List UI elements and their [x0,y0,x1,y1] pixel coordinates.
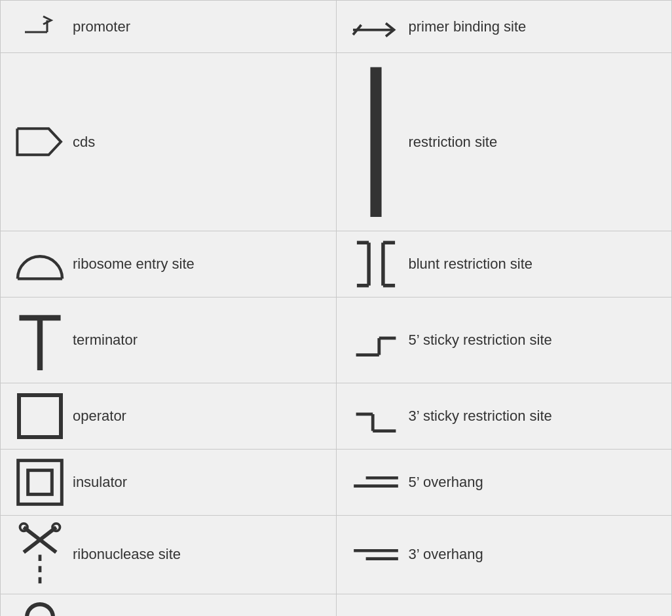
cds-icon [14,125,66,159]
svg-point-32 [27,604,53,616]
insulator-icon [14,456,66,509]
3-overhang-label: 3’ overhang [409,546,483,563]
cell-5-sticky-restriction-site: 5’ sticky restriction site [336,298,672,383]
terminator-label: terminator [73,332,138,349]
blunt-restriction-site-icon [350,238,402,290]
3-sticky-restriction-site-icon [350,393,402,439]
5-overhang-icon [350,470,402,494]
3-overhang-icon [350,543,402,567]
primer-binding-site-label: primer binding site [409,18,527,35]
3-sticky-restriction-site-label: 3’ sticky restriction site [409,408,552,425]
ribonuclease-site-icon [14,522,66,587]
cell-3-sticky-restriction-site: 3’ sticky restriction site [336,383,672,449]
terminator-icon [14,304,66,375]
svg-rect-22 [28,471,52,495]
cds-label: cds [73,134,95,151]
cell-rna-stability-element: rna stability element [1,594,337,616]
operator-label: operator [73,408,126,425]
svg-rect-21 [18,461,62,505]
cell-restriction-site: restriction site [336,53,672,231]
primer-binding-site-icon [350,15,402,38]
rna-stability-element-icon [14,601,66,616]
restriction-site-icon [350,60,402,224]
cell-promoter: promoter [1,1,337,53]
ribonuclease-site-label: ribonuclease site [73,546,181,563]
cell-insulator: insulator [1,449,337,515]
insulator-label: insulator [73,474,127,491]
svg-rect-17 [19,395,61,437]
cell-3-overhang: 3’ overhang [336,515,672,594]
ribosome-entry-site-label: ribosome entry site [73,256,195,273]
cell-assembly-scar: assembly scar [336,594,672,616]
5-sticky-restriction-site-label: 5’ sticky restriction site [409,332,552,349]
5-overhang-label: 5’ overhang [409,474,483,491]
promoter-label: promoter [73,18,130,35]
promoter-icon [14,14,66,40]
5-sticky-restriction-site-icon [350,317,402,363]
operator-icon [14,390,66,442]
cell-ribosome-entry-site: ribosome entry site [1,231,337,298]
cell-cds: cds [1,53,337,231]
cell-terminator: terminator [1,298,337,383]
restriction-site-label: restriction site [409,134,498,151]
legend-table: promoter primer binding site [0,0,672,616]
ribosome-entry-site-icon [14,246,66,282]
cell-5-overhang: 5’ overhang [336,449,672,515]
cell-blunt-restriction-site: blunt restriction site [336,231,672,298]
cell-operator: operator [1,383,337,449]
cell-ribonuclease-site: ribonuclease site [1,515,337,594]
cell-primer-binding-site: primer binding site [336,1,672,53]
blunt-restriction-site-label: blunt restriction site [409,256,533,273]
